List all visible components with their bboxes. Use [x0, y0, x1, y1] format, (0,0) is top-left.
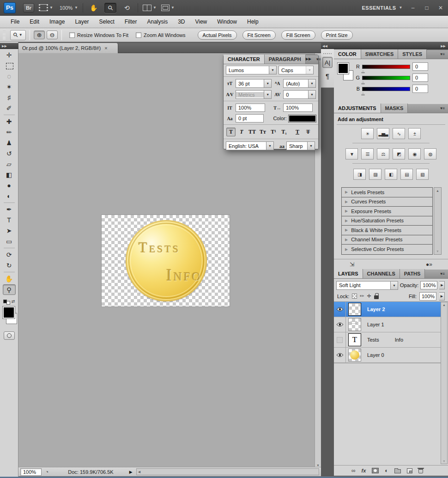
status-flyout-icon[interactable]: ▶ — [129, 470, 133, 474]
all-caps-button[interactable]: TT — [248, 128, 257, 136]
horizontal-scrollbar[interactable]: ◀ — [136, 468, 319, 475]
visibility-toggle[interactable] — [334, 317, 346, 332]
close-button[interactable]: ✕ — [437, 5, 444, 11]
panel-menu-icon[interactable]: ▾≡ — [437, 49, 448, 59]
black-white-icon[interactable]: ◩ — [393, 148, 405, 159]
lock-position-icon[interactable]: ✛ — [367, 293, 371, 299]
type-tool[interactable]: T — [3, 215, 16, 226]
app-zoom-level[interactable]: 100% ▼ — [60, 5, 78, 11]
tooldock-expand-button[interactable]: ▶▶ — [0, 43, 18, 49]
layer-thumbnail[interactable] — [348, 349, 361, 362]
red-value-field[interactable]: 0 — [412, 62, 428, 71]
fit-screen-button[interactable]: Fit Screen — [242, 31, 276, 40]
fill-screen-button[interactable]: Fill Screen — [281, 31, 315, 40]
font-style-select[interactable]: Caps ▼ — [278, 66, 314, 74]
tab-character[interactable]: CHARACTER — [224, 55, 265, 64]
chevron-down-icon[interactable]: ▼ — [264, 91, 271, 98]
chevron-down-icon[interactable]: ▼ — [308, 91, 315, 98]
language-select[interactable]: English: USA ▼ — [226, 141, 274, 150]
chevron-down-icon[interactable]: ▼ — [308, 80, 315, 87]
history-brush-tool[interactable]: ↺ — [3, 148, 16, 159]
zoom-out-button[interactable]: ⊖ — [47, 31, 58, 39]
tab-paths[interactable]: PATHS — [400, 269, 425, 278]
hue-saturation-icon[interactable]: ☰ — [361, 148, 374, 159]
chevron-down-icon[interactable]: ▼ — [264, 80, 271, 87]
scroll-left-icon[interactable]: ◀ — [138, 470, 140, 474]
scroll-down-icon[interactable]: ▼ — [316, 464, 320, 467]
layer-thumbnail[interactable] — [348, 303, 361, 316]
chevron-down-icon[interactable]: ▼ — [390, 282, 398, 289]
gradient-tool[interactable]: ◧ — [3, 170, 16, 180]
panel-collapse-icon[interactable]: ▶▶ — [306, 55, 313, 64]
bridge-button[interactable]: Br — [23, 3, 34, 12]
dock-collapse-button[interactable]: ◀◀ — [321, 43, 334, 49]
quick-mask-button[interactable] — [4, 331, 15, 340]
visibility-toggle[interactable] — [334, 332, 346, 347]
tab-color[interactable]: COLOR — [334, 49, 361, 59]
rotate-view-button[interactable]: ⟲ — [121, 3, 133, 13]
underline-button[interactable]: T — [293, 128, 302, 136]
layer-name-part2[interactable]: Info — [395, 337, 403, 343]
3d-orbit-tool[interactable]: ↻ — [3, 260, 16, 271]
opacity-slider-icon[interactable]: ▶ — [439, 281, 445, 289]
tracking-select[interactable]: 0 ▼ — [283, 90, 316, 99]
menu-analysis[interactable]: Analysis — [142, 16, 173, 28]
new-adjustment-layer-icon[interactable]: ◐ — [385, 467, 388, 474]
layer-row-layer0[interactable]: Layer 0 — [334, 348, 441, 363]
brush-tool[interactable]: ✏ — [3, 127, 16, 138]
curves-presets-item[interactable]: ▶ Curves Presets — [342, 197, 432, 207]
red-slider[interactable] — [362, 65, 410, 69]
fill-field[interactable]: 100% — [419, 292, 436, 300]
posterize-icon[interactable]: ▨ — [369, 169, 381, 180]
dock-expand-button[interactable]: ▶▶ — [334, 43, 448, 49]
visibility-toggle[interactable] — [334, 348, 346, 362]
threshold-icon[interactable]: ◧ — [385, 169, 397, 180]
text-color-swatch[interactable] — [289, 115, 316, 122]
tab-adjustments[interactable]: ADJUSTMENTS — [334, 104, 381, 113]
delete-layer-icon[interactable] — [418, 469, 423, 473]
lock-transparency-icon[interactable] — [352, 294, 357, 299]
subscript-button[interactable]: T₁ — [279, 128, 289, 136]
zoom-in-button[interactable]: ⊕ — [34, 31, 45, 39]
blue-slider[interactable] — [362, 87, 410, 91]
scroll-up-icon[interactable]: ▲ — [442, 303, 446, 306]
font-family-select[interactable]: Lumos ▼ — [226, 66, 277, 74]
text-layer-thumbnail[interactable]: T — [348, 333, 361, 346]
menu-layer[interactable]: Layer — [70, 16, 94, 28]
menu-select[interactable]: Select — [94, 16, 119, 28]
blend-mode-select[interactable]: Soft Light ▼ — [336, 281, 398, 290]
menu-view[interactable]: View — [190, 16, 212, 28]
invert-icon[interactable]: ◨ — [353, 169, 366, 180]
small-caps-button[interactable]: Tᴛ — [258, 128, 267, 136]
link-layers-icon[interactable]: ∞ — [351, 467, 356, 474]
tab-layers[interactable]: LAYERS — [334, 269, 363, 278]
font-size-select[interactable]: 36 pt ▼ — [236, 79, 272, 88]
channel-mixer-presets-item[interactable]: ▶ Channel Mixer Presets — [342, 235, 432, 245]
vibrance-icon[interactable]: ▼ — [345, 148, 358, 159]
levels-icon[interactable]: ▂▅▃ — [377, 128, 389, 139]
foreground-color-swatch[interactable] — [338, 63, 349, 74]
print-size-button[interactable]: Print Size — [321, 31, 353, 40]
vertical-scale-field[interactable]: 100% — [236, 104, 265, 112]
3d-rotate-tool[interactable]: ⟳ — [3, 250, 16, 260]
shape-tool[interactable]: ▭ — [3, 236, 16, 247]
chevron-down-icon[interactable]: ▼ — [307, 142, 315, 150]
current-tool-badge[interactable]: ⚲ ▼ — [10, 30, 26, 40]
menu-filter[interactable]: Filter — [120, 16, 142, 28]
scroll-up-icon[interactable]: ▲ — [436, 189, 439, 192]
layer-name[interactable]: Layer 1 — [367, 322, 384, 327]
path-selection-tool[interactable]: ➤ — [3, 226, 16, 236]
faux-bold-button[interactable]: T — [226, 128, 236, 136]
timing-icon[interactable]: ◔ — [45, 469, 48, 475]
zoom-all-windows-checkbox[interactable]: Zoom All Windows — [136, 32, 185, 38]
eyedropper-tool[interactable]: ✐ — [3, 103, 16, 114]
add-layer-mask-icon[interactable] — [372, 468, 379, 473]
spot-healing-tool[interactable]: ✚ — [3, 116, 16, 127]
levels-presets-item[interactable]: ▶ Levels Presets — [342, 188, 432, 197]
move-tool[interactable]: ✛ — [3, 50, 16, 61]
layer-row-layer1[interactable]: Layer 1 — [334, 317, 441, 332]
scroll-down-icon[interactable]: ▼ — [436, 250, 439, 253]
tab-channels[interactable]: CHANNELS — [363, 269, 400, 278]
menu-help[interactable]: Help — [242, 16, 264, 28]
scroll-down-icon[interactable]: ▼ — [442, 460, 446, 463]
